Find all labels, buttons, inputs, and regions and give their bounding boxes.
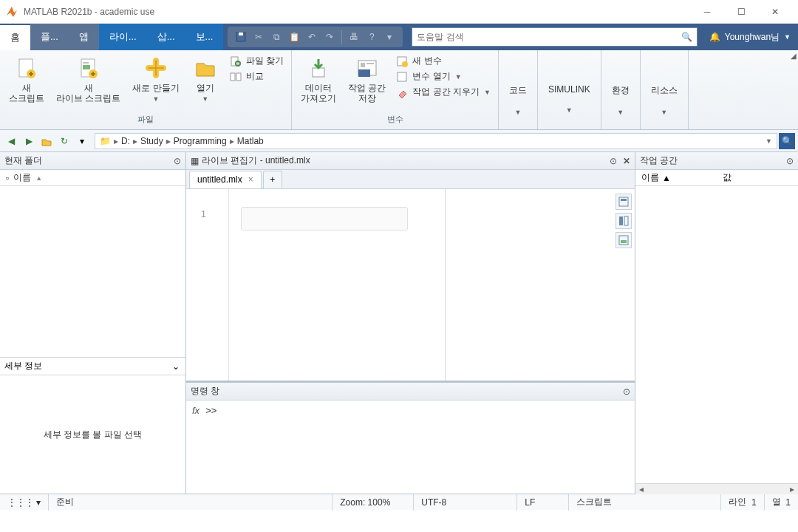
resources-button[interactable]: 리소스▼	[645, 53, 683, 119]
status-zoom[interactable]: Zoom: 100%	[332, 494, 414, 511]
code-button[interactable]: 코드▼	[503, 53, 533, 119]
tab-plots[interactable]: 플...	[30, 24, 69, 50]
tab-live-editor[interactable]: 라이...	[99, 24, 147, 50]
new-button[interactable]: 새로 만들기▼	[128, 53, 183, 107]
workspace-list[interactable]	[635, 186, 798, 483]
bell-icon[interactable]: 🔔	[709, 32, 720, 42]
current-folder-list[interactable]	[0, 186, 185, 357]
svg-rect-10	[231, 73, 235, 81]
import-data-button[interactable]: 데이터 가져오기	[296, 53, 341, 106]
user-name: Younghwan님	[725, 31, 780, 44]
status-eol[interactable]: LF	[517, 494, 569, 511]
ribbon-group-file: 새 스크립트 새 라이브 스크립트 새로 만들기▼ 열기▼ 파일 찾기	[0, 50, 292, 129]
open-variable-button[interactable]: 변수 열기 ▼	[396, 70, 491, 83]
ribbon-group-resources: 리소스▼	[641, 50, 689, 129]
workspace-hscroll[interactable]: ◂ ▸	[635, 483, 798, 494]
open-button[interactable]: 열기▼	[187, 53, 224, 107]
live-editor-canvas[interactable]: 1	[186, 189, 635, 381]
help-search-input[interactable]	[417, 32, 681, 42]
help-icon[interactable]: ?	[363, 28, 381, 46]
code-cell[interactable]	[241, 207, 408, 231]
status-line[interactable]: 라인 1	[721, 494, 764, 511]
scroll-right-icon[interactable]: ▸	[786, 484, 798, 494]
panel-menu-icon[interactable]: ⊙	[786, 156, 794, 166]
redo-icon[interactable]: ↷	[321, 28, 338, 46]
workspace-columns: 이름▲ 값	[635, 170, 798, 186]
forward-button[interactable]: ▶	[21, 133, 37, 149]
live-editor-header[interactable]: ▦ 라이브 편집기 - untitled.mlx ⊙ ✕	[186, 152, 635, 170]
svg-rect-20	[619, 197, 628, 206]
find-files-button[interactable]: 파일 찾기	[230, 55, 284, 67]
svg-rect-5	[83, 62, 89, 64]
details-header[interactable]: 세부 정보 ⌄	[0, 358, 185, 375]
new-script-button[interactable]: 새 스크립트	[4, 53, 49, 106]
workspace-col-name[interactable]: 이름▲	[635, 170, 717, 185]
panel-close-icon[interactable]: ✕	[623, 156, 630, 166]
undo-icon[interactable]: ↶	[303, 28, 321, 46]
nav-more-icon[interactable]: ▾	[74, 133, 90, 149]
back-button[interactable]: ◀	[3, 133, 19, 149]
output-hide-icon[interactable]	[615, 232, 632, 248]
minimize-button[interactable]: ─	[690, 0, 724, 24]
tab-home[interactable]: 홈	[0, 24, 30, 50]
panel-menu-icon[interactable]: ⊙	[610, 156, 617, 166]
fx-icon[interactable]: fx	[192, 405, 200, 489]
tab-close-icon[interactable]: ×	[248, 174, 253, 185]
user-menu[interactable]: 🔔 Younghwan님 ▼	[702, 24, 798, 50]
scroll-left-icon[interactable]: ◂	[635, 484, 647, 494]
new-variable-button[interactable]: 새 변수	[396, 55, 491, 67]
compare-button[interactable]: 비교	[230, 70, 284, 83]
breadcrumb[interactable]: 📁 ▸ D: ▸ Study ▸ Programming ▸ Matlab ▼	[95, 133, 777, 149]
tab-apps[interactable]: 앱	[69, 24, 99, 50]
editor-tab[interactable]: untitled.mlx ×	[189, 171, 262, 188]
output-inline-icon[interactable]	[615, 194, 632, 210]
svg-point-18	[402, 61, 408, 67]
paste-icon[interactable]: 📋	[285, 28, 303, 46]
workspace-col-value[interactable]: 값	[717, 170, 798, 185]
status-grip[interactable]: ⋮⋮⋮ ▾	[0, 494, 49, 511]
file-icon: ▫	[6, 173, 9, 183]
status-col[interactable]: 열 1	[765, 494, 798, 511]
add-tab-button[interactable]: +	[263, 171, 282, 188]
clear-workspace-button[interactable]: 작업 공간 지우기 ▼	[396, 86, 491, 98]
breadcrumb-item[interactable]: Programming	[174, 136, 227, 146]
breadcrumb-drive[interactable]: D:	[121, 136, 130, 146]
environment-button[interactable]: 환경▼	[606, 53, 635, 119]
save-icon[interactable]	[232, 28, 250, 46]
new-live-script-button[interactable]: 새 라이브 스크립트	[52, 53, 125, 106]
save-workspace-button[interactable]: 작업 공간 저장	[344, 53, 390, 106]
current-folder-header[interactable]: 현재 폴더 ⊙	[0, 152, 185, 170]
simulink-button[interactable]: SIMULINK▼	[542, 53, 596, 117]
close-button[interactable]: ✕	[758, 0, 792, 24]
print-icon[interactable]: 🖶	[345, 28, 363, 46]
workspace-header[interactable]: 작업 공간 ⊙	[635, 152, 798, 170]
tab-insert[interactable]: 삽...	[147, 24, 185, 50]
output-right-icon[interactable]	[615, 213, 632, 229]
command-window-header[interactable]: 명령 창 ⊙	[186, 383, 635, 400]
sort-asc-icon: ▲	[35, 174, 42, 182]
status-encoding[interactable]: UTF-8	[414, 494, 517, 511]
panel-menu-icon[interactable]: ⊙	[174, 156, 181, 166]
panel-menu-icon[interactable]: ⊙	[623, 386, 630, 397]
command-window-body[interactable]: fx >>	[186, 400, 635, 494]
chevron-down-icon[interactable]: ⌄	[172, 361, 180, 372]
status-mode[interactable]: 스크립트	[569, 494, 721, 511]
breadcrumb-item[interactable]: Study	[140, 136, 163, 146]
workspace-panel: 작업 공간 ⊙ 이름▲ 값 ◂ ▸	[635, 152, 798, 494]
breadcrumb-item[interactable]: Matlab	[237, 136, 264, 146]
browse-button[interactable]: ↻	[56, 133, 72, 149]
maximize-button[interactable]: ☐	[724, 0, 758, 24]
tab-view[interactable]: 보...	[185, 24, 224, 50]
breadcrumb-dropdown-icon[interactable]: ▼	[765, 137, 772, 145]
copy-icon[interactable]: ⧉	[267, 28, 285, 46]
help-search[interactable]: 🔍	[412, 27, 697, 47]
search-icon[interactable]: 🔍	[681, 32, 692, 42]
ribbon-minimize-icon[interactable]: ◢	[791, 52, 797, 60]
path-search-button[interactable]: 🔍	[779, 133, 795, 149]
svg-rect-21	[621, 199, 627, 201]
current-folder-column-name[interactable]: ▫ 이름 ▲	[0, 170, 185, 186]
up-folder-button[interactable]	[38, 133, 55, 149]
svg-rect-23	[624, 216, 628, 225]
qat-more-icon[interactable]: ▾	[381, 28, 398, 46]
cut-icon[interactable]: ✂	[250, 28, 267, 46]
